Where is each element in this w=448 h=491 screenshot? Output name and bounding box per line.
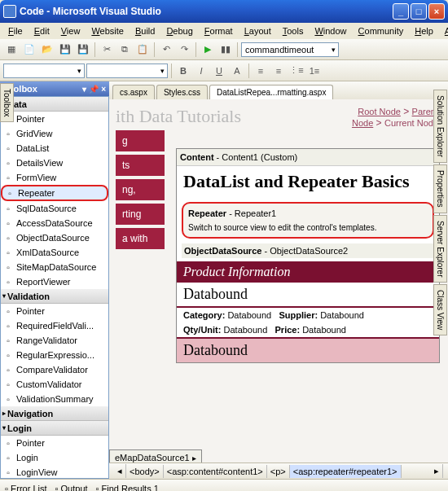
font-combo[interactable]: [86, 64, 168, 78]
objectdatasource-tag[interactable]: ObjectDataSource - ObjectDataSource2: [182, 243, 434, 258]
side-tab-solution-explorer[interactable]: Solution Explorer: [433, 90, 447, 163]
menu-window[interactable]: Window: [310, 24, 351, 37]
copy-icon[interactable]: ⧉: [116, 42, 133, 58]
toolbox-group-data[interactable]: ▾Data: [1, 97, 108, 112]
new-project-icon[interactable]: ▦: [3, 42, 20, 58]
start-icon[interactable]: ▶: [200, 42, 216, 58]
numbers-icon[interactable]: 1≡: [306, 63, 323, 79]
toolbox-item-gridview[interactable]: ▫GridView: [1, 126, 108, 141]
menu-edit[interactable]: Edit: [29, 24, 55, 37]
breadcrumb-root[interactable]: Root Node: [358, 107, 401, 116]
menu-format[interactable]: Format: [200, 24, 238, 37]
toolbox-item-pointer[interactable]: ▫Pointer: [1, 112, 108, 126]
menu-build[interactable]: Build: [130, 24, 160, 37]
toolbox-item-detailsview[interactable]: ▫DetailsView: [1, 156, 108, 170]
tag-path[interactable]: <body>: [126, 465, 164, 478]
close-button[interactable]: ×: [428, 3, 445, 20]
toolbox-item-datalist[interactable]: ▫DataList: [1, 141, 108, 156]
align-center-icon[interactable]: ≡: [270, 63, 287, 79]
save-all-icon[interactable]: 💾: [75, 42, 91, 58]
toolbox-item-reportviewer[interactable]: ▫ReportViewer: [1, 274, 108, 289]
toolbox-item-xmldatasource[interactable]: ▫XmlDataSource: [1, 245, 108, 260]
open-icon[interactable]: 📂: [39, 42, 55, 58]
control-icon: ▫: [2, 276, 14, 287]
section-link[interactable]: rting: [116, 204, 165, 225]
style-combo[interactable]: [3, 64, 85, 78]
menu-layout[interactable]: Layout: [239, 24, 276, 37]
toolbox-group-login[interactable]: ▾Login: [1, 421, 108, 436]
toolbox-item-login[interactable]: ▫Login: [1, 450, 108, 465]
add-item-icon[interactable]: 📄: [21, 42, 37, 58]
toolbox-item-customvalidator[interactable]: ▫CustomValidator: [1, 377, 108, 392]
fontcolor-icon[interactable]: A: [229, 63, 245, 79]
toolbox-item-sqldatasource[interactable]: ▫SqlDataSource: [1, 201, 108, 216]
pin-icon[interactable]: 📌: [89, 85, 99, 94]
menu-debug[interactable]: Debug: [161, 24, 197, 37]
menu-help[interactable]: Help: [410, 24, 438, 37]
toolbox-item-accessdatasource[interactable]: ▫AccessDataSource: [1, 216, 108, 230]
toolbox-item-pointer[interactable]: ▫Pointer: [1, 304, 108, 318]
menu-community[interactable]: Community: [354, 24, 409, 37]
toolbox-header[interactable]: Toolbox ▾ 📌 ×: [0, 81, 109, 96]
toolbox-item-regularexpressio[interactable]: ▫RegularExpressio...: [1, 348, 108, 362]
doc-tab[interactable]: cs.aspx: [112, 85, 155, 99]
cut-icon[interactable]: ✂: [99, 42, 115, 58]
save-icon[interactable]: 💾: [57, 42, 73, 58]
toolbox-item-rangevalidator[interactable]: ▫RangeValidator: [1, 333, 108, 348]
close-panel-icon[interactable]: ×: [101, 85, 106, 94]
toolbox-group-validation[interactable]: ▾Validation: [1, 289, 108, 304]
sitemap-source-tag[interactable]: eMapDataSource1 ▸: [109, 449, 202, 463]
design-surface[interactable]: ith Data Tutorials Root Node > Parent No…: [109, 99, 448, 463]
section-link[interactable]: g: [116, 130, 165, 151]
bottom-tab-find-results-1[interactable]: ▫ Find Results 1: [96, 484, 159, 492]
menu-file[interactable]: File: [3, 24, 28, 37]
tag-nav-back[interactable]: ◂: [114, 464, 126, 478]
side-tab-server-explorer[interactable]: Server Explorer: [433, 215, 447, 283]
find-combo[interactable]: commandtimeout: [241, 42, 339, 57]
tag-nav-fwd[interactable]: ▸: [431, 464, 443, 478]
toolbox-item-repeater[interactable]: ▫Repeater: [1, 185, 108, 201]
toolbox-item-pointer[interactable]: ▫Pointer: [1, 436, 108, 450]
tag-path[interactable]: <asp:repeater#repeater1>: [290, 465, 402, 478]
align-left-icon[interactable]: ≡: [253, 63, 269, 79]
menu-view[interactable]: View: [56, 24, 86, 37]
bullets-icon[interactable]: ⋮≡: [288, 63, 305, 79]
side-tab-class-view[interactable]: Class View: [433, 284, 447, 335]
side-tab-toolbox[interactable]: Toolbox: [0, 83, 14, 122]
control-icon: ▫: [2, 452, 14, 463]
paste-icon[interactable]: 📋: [134, 42, 151, 58]
doc-tab[interactable]: DataListRepea...rmatting.aspx: [209, 85, 334, 99]
tag-path[interactable]: <p>: [267, 465, 290, 478]
maximize-button[interactable]: □: [411, 3, 427, 20]
bold-icon[interactable]: B: [175, 63, 191, 79]
dropdown-icon[interactable]: ▾: [82, 85, 86, 94]
pause-icon[interactable]: ▮▮: [217, 42, 234, 58]
section-link[interactable]: ng,: [116, 179, 165, 200]
toolbox-item-objectdatasource[interactable]: ▫ObjectDataSource: [1, 230, 108, 245]
bottom-tab-error-list[interactable]: ▫ Error List: [5, 484, 47, 492]
tag-path[interactable]: <asp:content#content1>: [164, 465, 267, 478]
menu-addins[interactable]: Addins: [440, 24, 448, 37]
redo-icon[interactable]: ↷: [176, 42, 192, 58]
repeater-control[interactable]: Repeater - Repeater1 Switch to source vi…: [182, 202, 434, 239]
toolbox-item-sitemapdatasource[interactable]: ▫SiteMapDataSource: [1, 260, 108, 274]
menu-website[interactable]: Website: [86, 24, 129, 37]
minimize-button[interactable]: _: [393, 3, 409, 20]
side-tab-properties[interactable]: Properties: [433, 164, 447, 213]
product-header: Product Information: [177, 261, 439, 283]
underline-icon[interactable]: U: [211, 63, 227, 79]
menu-tools[interactable]: Tools: [278, 24, 309, 37]
toolbox-item-validationsummary[interactable]: ▫ValidationSummary: [1, 392, 108, 406]
bottom-tab-output[interactable]: ▫ Output: [55, 484, 88, 492]
toolbox-item-formview[interactable]: ▫FormView: [1, 170, 108, 185]
toolbox-item-requiredfieldvali[interactable]: ▫RequiredFieldVali...: [1, 318, 108, 333]
content-panel[interactable]: Content - Content1 (Custom) DataList and…: [176, 148, 440, 363]
italic-icon[interactable]: I: [193, 63, 209, 79]
toolbox-item-loginview[interactable]: ▫LoginView: [1, 465, 108, 479]
doc-tab[interactable]: Styles.css: [156, 85, 208, 99]
undo-icon[interactable]: ↶: [158, 42, 174, 58]
toolbox-group-navigation[interactable]: ▸Navigation: [1, 406, 108, 421]
section-link[interactable]: ts: [116, 155, 165, 176]
section-link[interactable]: a with: [116, 228, 165, 249]
toolbox-item-comparevalidator[interactable]: ▫CompareValidator: [1, 362, 108, 377]
